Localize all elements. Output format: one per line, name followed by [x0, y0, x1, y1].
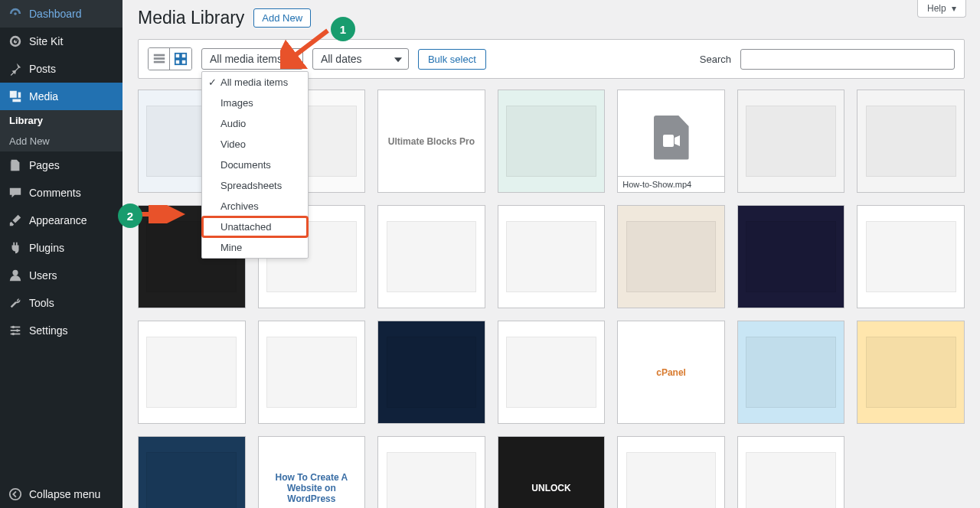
search-input[interactable] [740, 49, 955, 70]
sidebar-item-settings[interactable]: Settings [0, 317, 122, 344]
media-item[interactable] [258, 321, 366, 424]
svg-rect-14 [181, 54, 186, 58]
page-title: Media Library [138, 8, 244, 28]
media-thumb-text: cPanel [652, 367, 691, 378]
dashicons-dashboard [8, 6, 23, 21]
media-item[interactable] [857, 205, 965, 308]
list-icon [152, 52, 166, 66]
grid-icon [174, 52, 188, 66]
sidebar-item-label: Site Kit [29, 35, 63, 47]
wrench-icon [8, 295, 23, 311]
media-item[interactable] [377, 205, 485, 308]
media-thumb-text: Ultimate Blocks Pro [384, 136, 479, 147]
sidebar-item-label: Settings [29, 324, 68, 337]
user-icon [8, 268, 23, 283]
type-filter-option-documents[interactable]: Documents [202, 155, 308, 175]
collapse-menu-button[interactable]: Collapse menu [0, 480, 122, 508]
add-new-button[interactable]: Add New [253, 8, 311, 28]
sidebar-item-pages[interactable]: Pages [0, 151, 122, 179]
media-item[interactable] [377, 321, 485, 424]
type-filter-option-unattached[interactable]: Unattached [202, 217, 308, 237]
svg-rect-12 [153, 61, 164, 64]
media-item[interactable] [737, 90, 845, 193]
sidebar-item-label: Plugins [29, 242, 64, 254]
help-tab[interactable]: Help ▾ [917, 0, 966, 18]
submenu-item-library[interactable]: Library [0, 110, 122, 131]
chevron-down-icon: ▾ [952, 3, 956, 14]
media-item[interactable] [737, 436, 845, 508]
brush-icon [8, 213, 23, 228]
type-filter-option-spreadsheets[interactable]: Spreadsheets [202, 175, 308, 196]
media-item[interactable]: UNLOCK [498, 436, 606, 508]
sidebar-item-site-kit[interactable]: Site Kit [0, 28, 122, 55]
media-item[interactable] [737, 321, 845, 424]
svg-line-19 [289, 31, 328, 60]
type-filter-option-images[interactable]: Images [202, 93, 308, 113]
svg-point-8 [12, 333, 15, 336]
sidebar-item-label: Media [29, 90, 58, 103]
sidebar-item-label: Users [29, 269, 57, 282]
g-icon [8, 34, 23, 49]
svg-rect-10 [153, 54, 164, 57]
sidebar-item-plugins[interactable]: Plugins [0, 234, 122, 262]
plugin-icon [8, 240, 23, 256]
main-content: Help ▾ Media Library Add New All media i… [122, 0, 980, 508]
media-submenu: LibraryAdd New [0, 110, 122, 151]
sidebar-item-tools[interactable]: Tools [0, 289, 122, 317]
media-item[interactable] [857, 321, 965, 424]
settings-icon [8, 323, 23, 338]
type-filter-option-audio[interactable]: Audio [202, 113, 308, 134]
grid-view-button[interactable] [170, 48, 191, 70]
search-label: Search [700, 54, 731, 65]
media-item[interactable]: How-to-Show.mp4 [617, 90, 725, 193]
bulk-select-button[interactable]: Bulk select [418, 49, 486, 70]
type-filter-option-all-media-items[interactable]: All media items [202, 72, 308, 93]
svg-point-6 [12, 326, 15, 329]
svg-rect-17 [663, 135, 674, 147]
annotation-badge-1: 1 [331, 17, 355, 41]
svg-rect-1 [11, 161, 18, 171]
svg-rect-13 [175, 54, 180, 58]
media-item[interactable] [857, 90, 965, 193]
view-toggle [148, 47, 192, 70]
sidebar-item-label: Appearance [29, 214, 87, 226]
media-item[interactable]: cPanel [617, 321, 725, 424]
media-toolbar: All media items All media itemsImagesAud… [138, 39, 965, 79]
media-icon [8, 89, 23, 104]
collapse-menu-label: Collapse menu [29, 488, 100, 500]
list-view-button[interactable] [149, 48, 170, 70]
media-item[interactable] [138, 321, 246, 424]
media-item[interactable] [737, 205, 845, 308]
media-item[interactable] [138, 436, 246, 508]
sidebar-item-comments[interactable]: Comments [0, 179, 122, 207]
media-filename: How-to-Show.mp4 [618, 176, 724, 192]
media-item[interactable] [377, 436, 485, 508]
submenu-item-add-new[interactable]: Add New [0, 131, 122, 151]
sidebar-item-label: Comments [29, 187, 81, 199]
annotation-arrow-1 [280, 26, 334, 69]
media-item[interactable]: Ultimate Blocks Pro [377, 90, 485, 193]
annotation-badge-2: 2 [118, 204, 142, 228]
svg-rect-15 [175, 60, 180, 64]
svg-rect-16 [181, 60, 186, 64]
page-icon [8, 158, 23, 173]
media-thumb-text: How To Create A Website on WordPress [259, 472, 365, 504]
media-item[interactable] [617, 205, 725, 308]
type-filter-option-mine[interactable]: Mine [202, 237, 308, 258]
type-filter-option-archives[interactable]: Archives [202, 196, 308, 217]
media-item[interactable] [498, 205, 606, 308]
sidebar-item-media[interactable]: Media [0, 83, 122, 110]
sidebar-item-users[interactable]: Users [0, 262, 122, 289]
sidebar-item-posts[interactable]: Posts [0, 55, 122, 83]
sidebar-item-dashboard[interactable]: Dashboard [0, 0, 122, 28]
media-item[interactable] [617, 436, 725, 508]
video-file-icon [654, 116, 689, 160]
svg-point-9 [10, 489, 21, 500]
sidebar-item-appearance[interactable]: Appearance [0, 207, 122, 234]
sidebar-item-label: Tools [29, 297, 54, 309]
type-filter-dropdown: All media itemsImagesAudioVideoDocuments… [201, 71, 309, 259]
media-item[interactable] [498, 321, 606, 424]
media-item[interactable] [498, 90, 606, 193]
type-filter-option-video[interactable]: Video [202, 134, 308, 155]
media-item[interactable]: How To Create A Website on WordPress [258, 436, 366, 508]
